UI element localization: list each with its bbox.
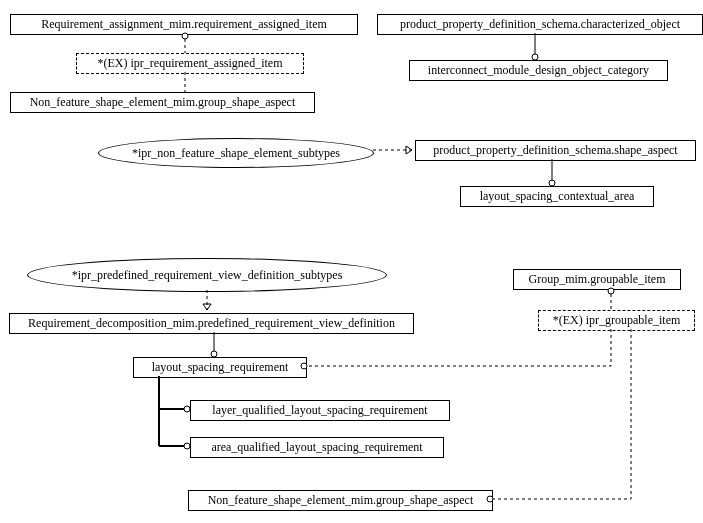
entity-requirement-assignment: Requirement_assignment_mim.requirement_a… [10, 14, 358, 35]
entity-non-feature-shape-element-bottom: Non_feature_shape_element_mim.group_shap… [188, 490, 493, 511]
rule-ipr-predefined-requirement-view-definition-subtypes: *ipr_predefined_requirement_view_definit… [27, 258, 387, 292]
entity-layout-spacing-contextual-area: layout_spacing_contextual_area [460, 186, 654, 207]
entity-non-feature-shape-element-top: Non_feature_shape_element_mim.group_shap… [10, 92, 315, 113]
entity-group-mim-groupable-item: Group_mim.groupable_item [513, 269, 681, 290]
entity-layout-spacing-requirement: layout_spacing_requirement [133, 357, 307, 378]
rule-ipr-non-feature-shape-element-subtypes: *ipr_non_feature_shape_element_subtypes [98, 138, 374, 168]
entity-product-property-shape-aspect: product_property_definition_schema.shape… [415, 140, 696, 161]
entity-requirement-decomposition-predefined-view: Requirement_decomposition_mim.predefined… [9, 313, 414, 334]
entity-interconnect-module-design-object-category: interconnect_module_design_object_catego… [409, 60, 668, 81]
select-ipr-requirement-assigned-item: *(EX) ipr_requirement_assigned_item [76, 53, 304, 74]
entity-product-property-characterized-object: product_property_definition_schema.chara… [377, 14, 703, 35]
entity-area-qualified-layout-spacing-requirement: area_qualified_layout_spacing_requiremen… [190, 437, 444, 458]
select-ipr-groupable-item: *(EX) ipr_groupable_item [538, 310, 695, 331]
entity-layer-qualified-layout-spacing-requirement: layer_qualified_layout_spacing_requireme… [190, 400, 450, 421]
